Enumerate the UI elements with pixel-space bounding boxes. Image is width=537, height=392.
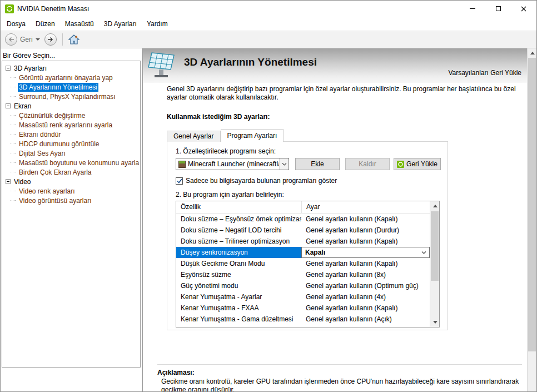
show-only-installed-row: Sadece bu bilgisayarda bulunan programla… <box>176 177 337 185</box>
menu-item-duzen[interactable]: Düzen <box>31 18 60 29</box>
setting-value[interactable]: Genel ayarları kullanın (Açık) <box>301 314 430 325</box>
setting-name[interactable]: Kenar Yumuşatma - FXAA <box>176 302 301 314</box>
tree-group-3d-ayarlari[interactable]: 3D Ayarları <box>3 63 139 73</box>
table-scrollbar-down-button[interactable] <box>430 317 440 327</box>
page-scrollbar-up-button[interactable] <box>528 48 537 58</box>
back-button[interactable] <box>5 33 17 46</box>
table-scrollbar-up-button[interactable] <box>430 201 440 211</box>
setting-value[interactable]: Genel ayarları kullanın (Durdur) <box>301 225 430 236</box>
chevron-down-icon <box>282 163 287 166</box>
table-row[interactable]: Eşyönsüz süzme Genel ayarları kullanın (… <box>176 269 430 280</box>
dropdown-button[interactable] <box>279 158 289 170</box>
maximize-button[interactable] <box>485 1 511 17</box>
table-row[interactable]: Doku süzme – Trilineer optimizasyon Gene… <box>176 236 430 247</box>
sidebar-item-masaustu-renk[interactable]: Masaüstü renk ayarlarını ayarla <box>3 120 139 130</box>
sidebar-item-goruntu-onayar[interactable]: Görüntü ayarlarını önayarla yap <box>3 73 139 82</box>
setting-value[interactable]: Genel ayarları kullanın (8x) <box>301 269 430 280</box>
tab-program-ayarlari[interactable]: Program Ayarları <box>221 129 284 142</box>
setting-value[interactable]: Genel ayarları kullanın (Kapalı) <box>301 302 430 314</box>
column-header-ozellik[interactable]: Özellik <box>176 201 301 213</box>
setting-value[interactable]: Genel ayarları kullanın (Optimum güç) <box>301 280 430 291</box>
tree-connector <box>11 134 16 135</box>
close-button[interactable] <box>511 1 536 17</box>
sidebar-item-video-renk[interactable]: Video renk ayarları <box>3 186 139 196</box>
show-only-installed-label: Sadece bu bilgisayarda bulunan programla… <box>186 177 337 185</box>
restore-button-label: Geri Yükle <box>406 160 437 168</box>
tree-group-video[interactable]: Video <box>3 177 139 186</box>
main-content: 3D Ayarlarının Yönetilmesi Varsayılanlar… <box>143 48 527 392</box>
setting-name[interactable]: Düşük Gecikme Oranı Modu <box>176 258 301 269</box>
minimize-button[interactable] <box>460 1 485 17</box>
setting-name[interactable]: Doku süzme – Trilineer optimizasyon <box>176 236 301 247</box>
sidebar-item-masaustu-boyut[interactable]: Masaüstü boyutunu ve konumunu ayarla <box>3 158 139 167</box>
collapse-icon[interactable] <box>6 66 11 71</box>
remove-button[interactable]: Kaldır <box>345 158 390 170</box>
sidebar-item-dijital-ses[interactable]: Dijital Ses Ayarı <box>3 148 139 158</box>
sidebar-item-video-goruntu[interactable]: Video görüntüsü ayarları <box>3 196 139 205</box>
nvidia-control-panel-window: NVIDIA Denetim Masası Dosya Düzen Masaüs… <box>0 0 537 392</box>
sidebar-item-ekrani-dondur[interactable]: Ekranı döndür <box>3 130 139 139</box>
setting-name[interactable]: Doku süzme – Negatif LOD tercihi <box>176 225 301 236</box>
back-history-caret-icon[interactable] <box>36 38 40 41</box>
restore-defaults-link[interactable]: Varsayılanları Geri Yükle <box>448 69 521 77</box>
sidebar-item-3d-ayarlarinin-yonetilmesi[interactable]: 3D Ayarlarının Yönetilmesi <box>3 82 139 92</box>
maximize-icon <box>496 6 501 11</box>
table-row[interactable]: Düşük Gecikme Oranı Modu Genel ayarları … <box>176 258 430 269</box>
table-row[interactable]: Kenar Yumuşatma - Ayarlar Genel ayarları… <box>176 291 430 302</box>
sidebar-item-cozunurluk[interactable]: Çözünürlük değiştirme <box>3 111 139 120</box>
column-header-ayar[interactable]: Ayar <box>301 201 430 213</box>
collapse-icon[interactable] <box>6 179 11 184</box>
setting-value[interactable]: Genel ayarları kullanın (Kapalı) <box>301 236 430 247</box>
tab-genel-ayarlar[interactable]: Genel Ayarlar <box>167 131 221 142</box>
table-row[interactable]: Güç yönetimi modu Genel ayarları kullanı… <box>176 280 430 291</box>
home-button[interactable] <box>68 34 79 44</box>
step2-label: 2. Bu program için ayarları belirleyin: <box>176 191 284 199</box>
help-divider <box>157 364 522 365</box>
setting-value-dropdown[interactable]: Kapalı <box>301 247 430 258</box>
setting-name[interactable]: Eşyönsüz süzme <box>176 269 301 280</box>
task-tree: 3D Ayarları Görüntü ayarlarını önayarla … <box>2 61 141 368</box>
sidebar-item-surround-physx[interactable]: Surround, PhysX Yapılandırması <box>3 92 139 101</box>
page-scrollbar[interactable] <box>527 48 536 392</box>
collapse-icon[interactable] <box>6 103 11 108</box>
table-scrollbar-thumb[interactable] <box>431 211 439 281</box>
forward-arrow-icon <box>47 37 53 42</box>
menubar: Dosya Düzen Masaüstü 3D Ayarları Yardım <box>1 17 536 31</box>
setting-name[interactable]: Güç yönetimi modu <box>176 280 301 291</box>
menu-item-masaustu[interactable]: Masaüstü <box>60 18 99 29</box>
settings-heading: Kullanmak istediğim 3D ayarları: <box>167 113 270 121</box>
checkmark-icon <box>177 178 182 183</box>
forward-button[interactable] <box>44 33 57 46</box>
show-only-installed-checkbox[interactable] <box>176 177 183 185</box>
setting-value: Kapalı <box>305 247 421 258</box>
setting-name[interactable]: Doku süzme – Eşyönsüz örnek optimizasyon… <box>176 214 301 225</box>
setting-name[interactable]: Kenar Yumuşatma - Gama düzeltmesi <box>176 314 301 325</box>
tree-group-label: Video <box>14 178 31 186</box>
menu-item-3d-ayarlari[interactable]: 3D Ayarları <box>99 18 142 29</box>
table-row-selected[interactable]: Düşey senkronizasyon Kapalı <box>176 247 430 258</box>
manage-3d-settings-icon <box>146 51 177 81</box>
restore-button[interactable]: Geri Yükle <box>394 158 441 170</box>
setting-value[interactable]: Genel ayarları kullanın (4x) <box>301 291 430 302</box>
toolbar: Geri <box>1 31 536 48</box>
menu-item-yardim[interactable]: Yardım <box>142 18 173 29</box>
add-button[interactable]: Ekle <box>295 158 340 170</box>
sidebar-item-birden-cok-ekran[interactable]: Birden Çok Ekran Ayarla <box>3 167 139 177</box>
tree-group-ekran[interactable]: Ekran <box>3 101 139 111</box>
program-select-dropdown[interactable]: Minecraft Launcher (minecraftla... <box>176 158 289 170</box>
menu-item-dosya[interactable]: Dosya <box>2 18 31 29</box>
table-row[interactable]: Kenar Yumuşatma - FXAA Genel ayarları ku… <box>176 302 430 314</box>
table-row[interactable]: Kenar Yumuşatma - Gama düzeltmesi Genel … <box>176 314 430 325</box>
table-scrollbar[interactable] <box>430 201 439 327</box>
setting-name[interactable]: Kenar Yumuşatma - Ayarlar <box>176 291 301 302</box>
table-row[interactable]: Doku süzme – Eşyönsüz örnek optimizasyon… <box>176 214 430 225</box>
tree-group-label: Ekran <box>14 102 31 110</box>
tree-connector <box>11 153 16 153</box>
program-settings-panel: 1. Özelleştirilecek programı seçin: Mine… <box>167 141 448 330</box>
setting-value[interactable]: Genel ayarları kullanın (Kapalı) <box>301 258 430 269</box>
page-scrollbar-thumb[interactable] <box>528 58 536 351</box>
table-row[interactable]: Doku süzme – Negatif LOD tercihi Genel a… <box>176 225 430 236</box>
setting-name[interactable]: Düşey senkronizasyon <box>176 247 301 258</box>
setting-value[interactable]: Genel ayarları kullanın (Kapalı) <box>301 214 430 225</box>
sidebar-item-hdcp[interactable]: HDCP durumunu görüntüle <box>3 139 139 148</box>
